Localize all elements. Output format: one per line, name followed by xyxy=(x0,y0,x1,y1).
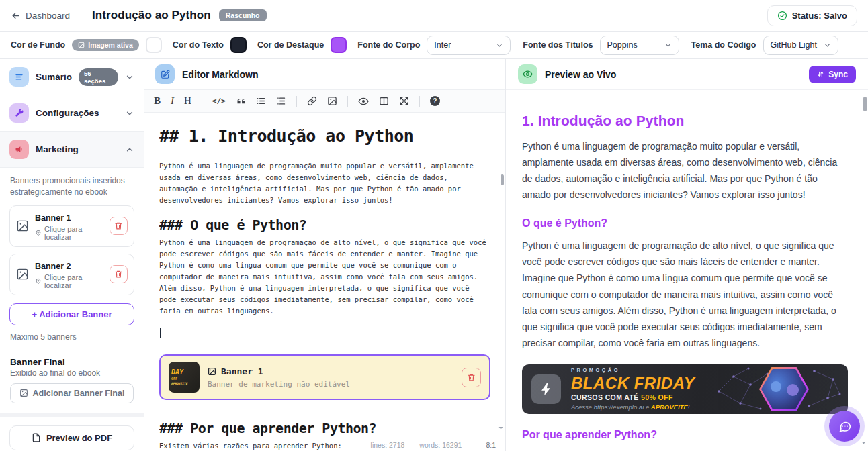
chevron-down-icon xyxy=(824,42,831,49)
background-color-label: Cor de Fundo xyxy=(11,40,65,50)
toolbar-separator xyxy=(347,96,348,107)
scroll-down-arrow-icon[interactable] xyxy=(861,440,867,446)
preview-header: Preview ao Vivo Sync xyxy=(506,59,868,90)
code-theme-select[interactable]: GitHub Light xyxy=(763,36,838,55)
background-image-active-badge[interactable]: Imagem ativa xyxy=(72,39,139,51)
trash-icon xyxy=(114,221,123,230)
edit-pencil-icon xyxy=(155,64,175,84)
delete-banner-button[interactable] xyxy=(110,217,128,235)
fullscreen-button[interactable] xyxy=(399,96,409,106)
back-label: Dashboard xyxy=(26,11,70,21)
image-icon xyxy=(16,219,29,232)
sections-count-badge: 56 seções xyxy=(79,68,118,86)
bullet-list-button[interactable] xyxy=(256,96,266,106)
link-button[interactable] xyxy=(307,96,317,106)
banner-thumbnail: DAY OFF APROVEITE xyxy=(169,362,200,393)
sync-button[interactable]: Sync xyxy=(809,66,856,83)
chevron-down-icon xyxy=(496,42,503,49)
help-button[interactable]: ? xyxy=(430,96,440,106)
promo-kicker: PROMOÇÃO xyxy=(571,367,695,373)
banner-widget-name: Banner 1 xyxy=(221,366,263,377)
markdown-paragraph: Python é uma linguagem de programação mu… xyxy=(159,160,490,206)
top-header: Dashboard Introdução ao Python Rascunho … xyxy=(0,0,868,32)
banner-1-widget[interactable]: DAY OFF APROVEITE Banner 1 Banner de mar… xyxy=(159,354,490,400)
ordered-list-button[interactable] xyxy=(276,96,286,106)
editor-scrollbar-thumb[interactable] xyxy=(501,174,504,185)
editor-title: Editor Markdown xyxy=(182,69,259,80)
trash-icon xyxy=(114,270,123,279)
preview-paragraph: Python é uma linguagem de programação de… xyxy=(522,238,848,351)
banner-1-card[interactable]: Banner 1 Clique para localizar xyxy=(9,205,134,247)
preview-scrollbar-thumb[interactable] xyxy=(863,97,867,111)
banner-widget-note: Banner de marketing não editável xyxy=(208,380,350,389)
banner-locate-hint[interactable]: Clique para localizar xyxy=(35,273,103,289)
markdown-editor-panel: Editor Markdown B I H </> xyxy=(144,59,506,451)
preview-content: 1. Introdução ao Python Python é uma lin… xyxy=(506,90,868,451)
image-icon xyxy=(208,367,216,376)
page-title: Introdução ao Python xyxy=(92,9,211,22)
background-color-swatch[interactable] xyxy=(146,37,162,53)
bold-button[interactable]: B xyxy=(154,95,161,107)
preview-pdf-button[interactable]: Preview do PDF xyxy=(9,425,134,450)
words-count: words: 16291 xyxy=(419,441,462,449)
marketing-description: Banners promocionais inseridos estrategi… xyxy=(0,168,144,199)
code-button[interactable]: </> xyxy=(212,97,226,105)
map-pin-icon xyxy=(35,278,42,285)
markdown-toolbar: B I H </> xyxy=(144,90,505,113)
title-font-label: Fonte dos Títulos xyxy=(523,40,593,50)
insert-image-button[interactable] xyxy=(327,96,337,106)
text-color-swatch[interactable] xyxy=(230,37,247,53)
promo-title: BLACK FRIDAY xyxy=(571,374,695,391)
banner-locate-hint[interactable]: Clique para localizar xyxy=(35,225,103,241)
black-friday-promo-banner: PROMOÇÃO BLACK FRIDAY CURSOS COM ATÉ 50%… xyxy=(522,364,848,414)
delete-banner-widget-button[interactable] xyxy=(462,368,481,387)
code-theme-label: Tema do Código xyxy=(691,40,756,50)
heading-button[interactable]: H xyxy=(184,95,191,107)
add-final-banner-button[interactable]: Adicionar Banner Final xyxy=(10,383,134,403)
banner-2-card[interactable]: Banner 2 Clique para localizar xyxy=(9,254,134,295)
chevron-down-icon xyxy=(125,109,134,118)
scroll-down-arrow-icon[interactable] xyxy=(498,425,504,431)
back-to-dashboard-link[interactable]: Dashboard xyxy=(11,11,70,21)
preview-title: Preview ao Vivo xyxy=(545,69,616,80)
arrow-left-icon xyxy=(11,11,21,21)
chat-bubble-icon xyxy=(838,419,852,434)
add-banner-button[interactable]: + Adicionar Banner xyxy=(9,303,134,325)
image-icon xyxy=(19,389,28,397)
lines-count: lines: 2718 xyxy=(371,441,405,449)
markdown-paragraph: Python é uma linguagem de programação de… xyxy=(159,237,490,317)
markdown-textarea[interactable]: ## 1. Introdução ao Python Python é uma … xyxy=(144,113,505,451)
live-preview-panel: Preview ao Vivo Sync 1. Introdução ao Py… xyxy=(506,59,868,451)
blockquote-button[interactable] xyxy=(236,96,246,106)
side-by-side-button[interactable] xyxy=(379,96,389,106)
preview-toggle-button[interactable] xyxy=(358,96,369,107)
body-font-select[interactable]: Inter xyxy=(427,36,511,55)
accent-color-label: Cor de Destaque xyxy=(257,40,324,50)
text-color-label: Cor do Texto xyxy=(173,40,224,50)
delete-banner-button[interactable] xyxy=(110,265,128,283)
save-status-button[interactable]: Status: Salvo xyxy=(767,5,857,26)
promo-subtitle: CURSOS COM ATÉ 50% OFF xyxy=(571,393,695,401)
toolbar-separator xyxy=(202,96,202,107)
chat-support-button[interactable] xyxy=(829,411,860,442)
sidebar-item-marketing[interactable]: Marketing xyxy=(0,132,144,168)
eye-icon xyxy=(518,64,537,84)
italic-button[interactable]: I xyxy=(171,95,174,107)
sidebar-item-sumario[interactable]: Sumário 56 seções xyxy=(0,59,144,95)
table-of-contents-icon xyxy=(9,67,29,87)
accent-color-swatch[interactable] xyxy=(331,37,347,53)
trash-icon xyxy=(467,373,476,382)
wrench-icon xyxy=(9,103,29,123)
sidebar-item-configuracoes[interactable]: Configurações xyxy=(0,95,144,132)
megaphone-icon xyxy=(9,140,29,159)
image-icon xyxy=(16,268,29,281)
image-icon xyxy=(78,42,85,48)
style-settings-toolbar: Cor de Fundo Imagem ativa Cor do Texto C… xyxy=(0,32,868,59)
promo-link-line: Acesse https://exemplo.ai e APROVEITE! xyxy=(571,403,695,411)
markdown-h2: ### Por que aprender Python? xyxy=(159,420,490,436)
title-font-select[interactable]: Poppins xyxy=(600,36,679,55)
lightning-bolt-icon xyxy=(531,374,561,404)
preview-paragraph: Python é uma linguagem de programação mu… xyxy=(522,138,848,203)
banner-name: Banner 2 xyxy=(35,262,71,271)
markdown-h2: ### O que é Python? xyxy=(159,217,490,233)
